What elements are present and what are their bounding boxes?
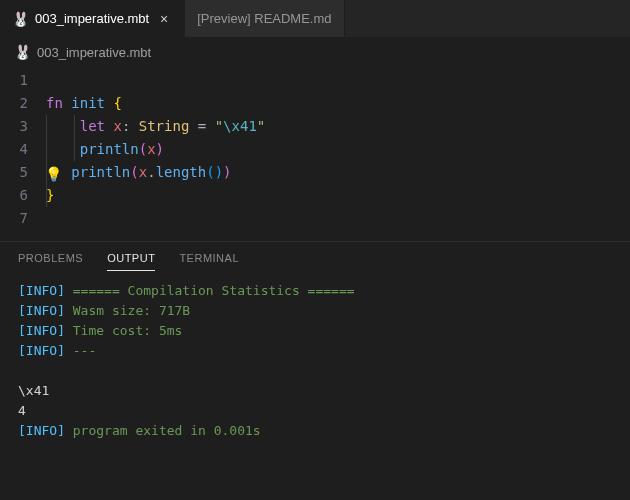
keyword-let: let (80, 118, 105, 134)
line-number: 3 (0, 115, 46, 138)
brace: { (113, 95, 121, 111)
info-tag: [INFO] (18, 343, 65, 358)
paren: ( (130, 164, 138, 180)
tab-output[interactable]: OUTPUT (107, 252, 155, 271)
brace: } (46, 187, 54, 203)
output-line (18, 361, 612, 381)
tab-readme-preview[interactable]: [Preview] README.md (185, 0, 344, 37)
info-tag: [INFO] (18, 323, 65, 338)
line-number: 1 (0, 69, 46, 92)
code-line[interactable]: println(x) (46, 138, 164, 161)
equals: = (198, 118, 206, 134)
code-line[interactable]: 💡 println(x.length()) (46, 161, 232, 184)
function-name: init (71, 95, 105, 111)
paren: ( (206, 164, 214, 180)
fn-println: println (71, 164, 130, 180)
string-escape: \x41 (223, 118, 257, 134)
output-line: 4 (18, 401, 612, 421)
tab-003-imperative[interactable]: 🐰 003_imperative.mbt × (0, 0, 185, 37)
output-line: [INFO] program exited in 0.001s (18, 421, 612, 441)
line-number: 2 (0, 92, 46, 115)
code-line[interactable]: } (46, 184, 54, 207)
paren: ( (139, 141, 147, 157)
type-string: String (139, 118, 190, 134)
paren: ) (215, 164, 223, 180)
output-text: Time cost: 5ms (73, 323, 183, 338)
dot: . (147, 164, 155, 180)
moonbit-icon: 🐰 (12, 11, 28, 27)
identifier-x: x (113, 118, 121, 134)
output-text: program exited in 0.001s (73, 423, 261, 438)
moonbit-icon: 🐰 (14, 44, 30, 60)
tab-label: 003_imperative.mbt (35, 11, 149, 26)
output-line: [INFO] Wasm size: 717B (18, 301, 612, 321)
tab-bar: 🐰 003_imperative.mbt × [Preview] README.… (0, 0, 630, 38)
output-panel[interactable]: [INFO] ====== Compilation Statistics ===… (0, 271, 630, 451)
line-number: 5 (0, 161, 46, 184)
string-quote: " (257, 118, 265, 134)
info-tag: [INFO] (18, 283, 65, 298)
breadcrumb-file: 003_imperative.mbt (37, 45, 151, 60)
lightbulb-icon[interactable]: 💡 (45, 163, 62, 186)
code-editor[interactable]: 1 2 fn init { 3 let x: String = "\x41" 4… (0, 66, 630, 233)
output-text: --- (73, 343, 96, 358)
tab-label: [Preview] README.md (197, 11, 331, 26)
tab-problems[interactable]: PROBLEMS (18, 252, 83, 271)
identifier-x: x (147, 141, 155, 157)
output-line: [INFO] Time cost: 5ms (18, 321, 612, 341)
keyword-fn: fn (46, 95, 63, 111)
string-quote: " (215, 118, 223, 134)
paren: ) (223, 164, 231, 180)
panel-tab-bar: PROBLEMS OUTPUT TERMINAL (0, 241, 630, 271)
code-line[interactable]: fn init { (46, 92, 122, 115)
colon: : (122, 118, 130, 134)
fn-println: println (80, 141, 139, 157)
info-tag: [INFO] (18, 303, 65, 318)
output-text: Wasm size: 717B (73, 303, 190, 318)
output-text: ====== Compilation Statistics ====== (73, 283, 355, 298)
close-icon[interactable]: × (156, 11, 172, 27)
code-line[interactable]: let x: String = "\x41" (46, 115, 265, 138)
method-length: length (156, 164, 207, 180)
breadcrumb[interactable]: 🐰 003_imperative.mbt (0, 38, 630, 66)
line-number: 4 (0, 138, 46, 161)
paren: ) (156, 141, 164, 157)
identifier-x: x (139, 164, 147, 180)
output-line: [INFO] --- (18, 341, 612, 361)
output-line: \x41 (18, 381, 612, 401)
line-number: 7 (0, 207, 46, 230)
info-tag: [INFO] (18, 423, 65, 438)
output-line: [INFO] ====== Compilation Statistics ===… (18, 281, 612, 301)
line-number: 6 (0, 184, 46, 207)
tab-terminal[interactable]: TERMINAL (179, 252, 239, 271)
